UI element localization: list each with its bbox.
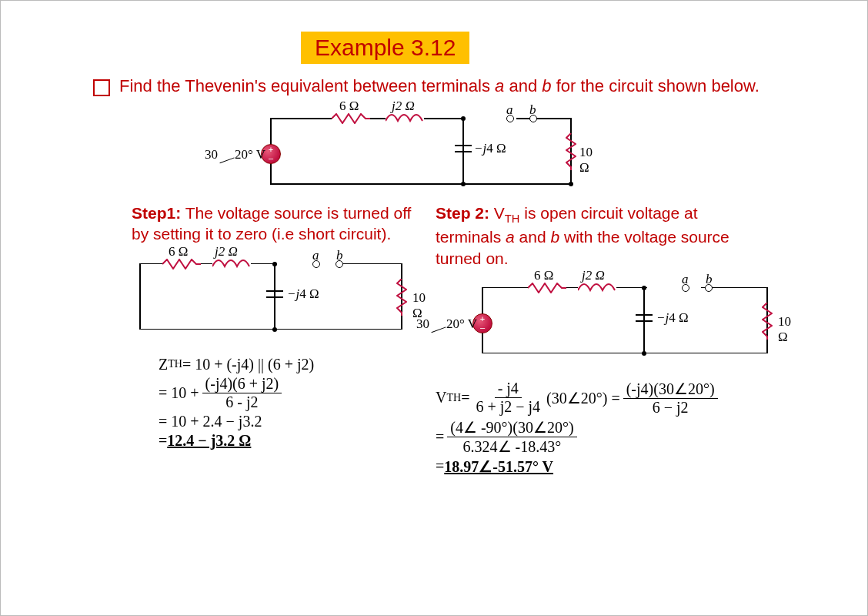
terminal-b-label: b — [529, 102, 536, 117]
terminal-a: a — [495, 76, 504, 95]
circuit-step1: 6 Ω j2 Ω −j4 Ω 10 Ω a b — [139, 248, 416, 340]
bullet-icon — [93, 79, 110, 96]
ta-s2: a — [682, 272, 689, 286]
r6-label-s1: 6 Ω — [169, 244, 188, 259]
tb-s1: b — [336, 248, 343, 263]
step1-label: Step1: — [132, 204, 181, 222]
prompt-and: and — [504, 76, 542, 95]
example-title: Example 3.12 — [301, 32, 469, 64]
j2-label-s1: j2 Ω — [215, 244, 238, 259]
vth-derivation: VTH= - j46 + j2 − j4 (30∠20°) = (-j4)(30… — [436, 380, 820, 476]
source-label: 3020° V — [205, 147, 265, 162]
r6-label-s2: 6 Ω — [534, 268, 553, 283]
problem-statement: Find the Thevenin's equivalent between t… — [93, 76, 790, 96]
circuit-original: 3020° V 6 Ω j2 Ω −j4 Ω 10 Ω a b — [232, 102, 586, 195]
ta-s1: a — [312, 248, 319, 263]
prompt-text: Find the Thevenin's equivalent between t… — [119, 76, 495, 95]
mj4-label: −j4 Ω — [474, 141, 506, 156]
terminal-a-label: a — [506, 102, 513, 117]
prompt-tail: for the circuit shown below. — [552, 76, 760, 95]
step1-text: Step1: The voltage source is turned off … — [132, 203, 416, 245]
tb-s2: b — [706, 272, 713, 286]
j2-label: j2 Ω — [392, 99, 415, 114]
step2-text: Step 2: VTH is open circuit voltage at t… — [436, 203, 766, 269]
circuit-step2: 3020° V 6 Ω j2 Ω −j4 Ω 10 Ω a b — [443, 272, 774, 364]
r10-label: 10 Ω — [579, 145, 593, 176]
zth-derivation: ZTH= 10 + (-j4) || (6 + j2) = 10 + (-j4)… — [159, 356, 436, 450]
step2-label: Step 2: — [436, 204, 489, 222]
r10-label-s2: 10 Ω — [778, 314, 791, 345]
r6-label: 6 Ω — [339, 99, 359, 114]
j2-label-s2: j2 Ω — [582, 268, 605, 283]
terminal-b: b — [542, 76, 551, 95]
